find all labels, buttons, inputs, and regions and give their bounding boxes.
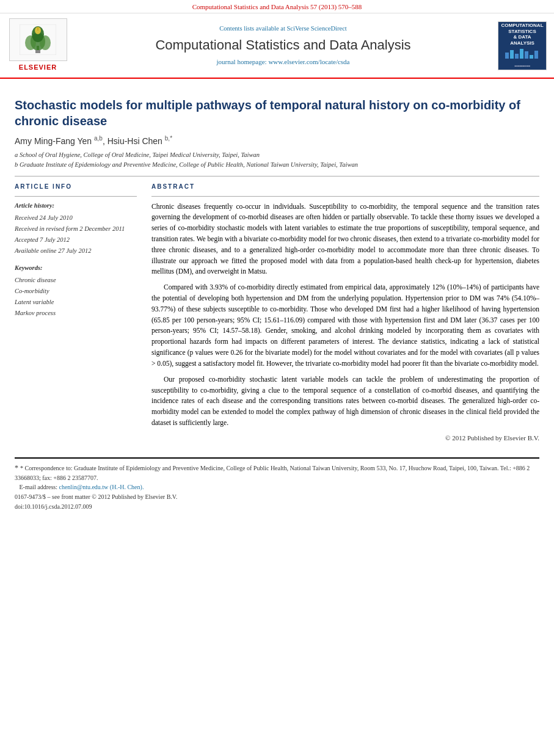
keyword-4: Markov process: [15, 308, 137, 319]
logo-sub: [504, 48, 541, 61]
article-info-label: ARTICLE INFO: [15, 183, 137, 191]
elsevier-wordmark: ELSEVIER: [19, 63, 57, 72]
two-column-layout: ARTICLE INFO Article history: Received 2…: [15, 183, 539, 443]
journal-logo-box: COMPUTATIONALSTATISTICS& DATAANALYSIS ▪▪…: [498, 21, 547, 70]
author-names: Amy Ming-Fang Yen a,b, Hsiu-Hsi Chen b,*: [15, 136, 172, 146]
copyright-line: © 2012 Published by Elsevier B.V.: [151, 434, 539, 443]
sciverse-line: Contents lists available at SciVerse Sci…: [75, 24, 492, 34]
logo-bottom: ▪▪▪▪▪▪▪▪▪▪▪▪: [514, 64, 530, 68]
keywords-list: Chronic disease Co-morbidity Latent vari…: [15, 275, 137, 318]
keyword-3: Latent variable: [15, 297, 137, 308]
keyword-2: Co-morbidity: [15, 286, 137, 297]
svg-rect-14: [530, 55, 533, 59]
journal-homepage: journal homepage: www.elsevier.com/locat…: [75, 57, 492, 67]
history-item-1: Received 24 July 2010: [15, 213, 137, 224]
content-wrapper: Stochastic models for multiple pathways …: [0, 79, 554, 523]
svg-rect-5: [35, 50, 40, 53]
svg-rect-13: [525, 51, 528, 59]
star-symbol: *: [15, 463, 20, 472]
abstract-para-3: Our proposed co-morbidity stochastic lat…: [151, 374, 539, 429]
keywords-label: Keywords:: [15, 264, 137, 273]
abstract-divider: [151, 196, 539, 197]
affiliations: a School of Oral Hygiene, College of Ora…: [15, 150, 539, 170]
journal-main-title: Computational Statistics and Data Analys…: [75, 36, 492, 55]
svg-rect-15: [534, 51, 538, 59]
footer-doi: doi:10.1016/j.csda.2012.07.009: [15, 503, 539, 511]
abstract-column: ABSTRACT Chronic diseases frequently co-…: [151, 183, 539, 443]
affiliation-a: a School of Oral Hygiene, College of Ora…: [15, 150, 539, 160]
journal-right-logo: COMPUTATIONALSTATISTICS& DATAANALYSIS ▪▪…: [498, 21, 547, 70]
svg-rect-7: [37, 27, 38, 31]
svg-rect-11: [515, 54, 519, 59]
history-item-3: Accepted 7 July 2012: [15, 234, 137, 245]
authors-line: Amy Ming-Fang Yen a,b, Hsiu-Hsi Chen b,*: [15, 135, 539, 148]
elsevier-logo-area: ELSEVIER: [7, 18, 68, 72]
sciverse-link[interactable]: SciVerse ScienceDirect: [286, 25, 346, 32]
journal-title-area: Contents lists available at SciVerse Sci…: [75, 24, 492, 67]
journal-citation: Computational Statistics and Data Analys…: [192, 3, 362, 10]
abstract-para-2: Compared with 3.93% of co-morbidity dire…: [151, 282, 539, 369]
footer-section: * * Correspondence to: Graduate Institut…: [15, 457, 539, 511]
svg-rect-10: [510, 50, 514, 59]
footer-issn: 0167-9473/$ – see front matter © 2012 Pu…: [15, 493, 539, 501]
paper-title: Stochastic models for multiple pathways …: [15, 97, 539, 129]
svg-rect-12: [520, 49, 523, 59]
logo-title: COMPUTATIONALSTATISTICS& DATAANALYSIS: [501, 23, 543, 46]
article-info-column: ARTICLE INFO Article history: Received 2…: [15, 183, 137, 443]
email-address[interactable]: chenlin@ntu.edu.tw (H.-H. Chen).: [59, 484, 144, 490]
top-banner: Computational Statistics and Data Analys…: [0, 0, 554, 13]
header-divider: [15, 176, 539, 176]
abstract-para-1: Chronic diseases frequently co-occur in …: [151, 202, 539, 278]
footer-correspondence: * * Correspondence to: Graduate Institut…: [15, 462, 539, 482]
sciverse-prefix: Contents lists available at: [219, 25, 286, 32]
svg-rect-9: [505, 53, 509, 59]
history-label: Article history:: [15, 202, 137, 211]
elsevier-logo-image: [9, 18, 67, 61]
homepage-label: journal homepage:: [217, 58, 267, 65]
history-items: Received 24 July 2010 Received in revise…: [15, 213, 137, 256]
info-divider: [15, 196, 137, 197]
keyword-1: Chronic disease: [15, 275, 137, 286]
history-item-4: Available online 27 July 2012: [15, 245, 137, 256]
correspondence-text: * Correspondence to: Graduate Institute …: [15, 465, 530, 481]
affiliation-b: b Graduate Institute of Epidemiology and…: [15, 160, 539, 170]
homepage-url[interactable]: www.elsevier.com/locate/csda: [268, 58, 349, 65]
footer-email: E-mail address: chenlin@ntu.edu.tw (H.-H…: [15, 482, 539, 492]
abstract-text: Chronic diseases frequently co-occur in …: [151, 202, 539, 429]
abstract-label: ABSTRACT: [151, 183, 539, 191]
email-label: E-mail address:: [20, 484, 57, 490]
journal-header: ELSEVIER Contents lists available at Sci…: [0, 13, 554, 78]
history-item-2: Received in revised form 2 December 2011: [15, 224, 137, 234]
